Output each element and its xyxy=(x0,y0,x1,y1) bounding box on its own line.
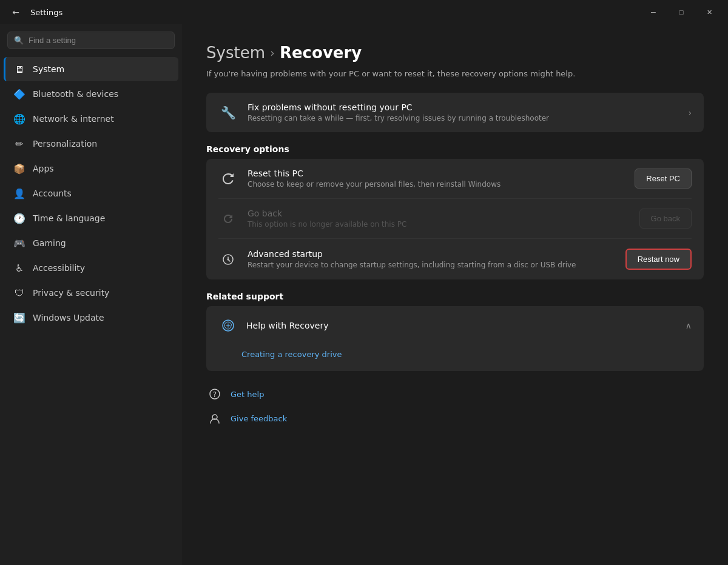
sidebar-label-gaming: Gaming xyxy=(33,238,66,248)
gaming-icon: 🎮 xyxy=(13,237,25,249)
breadcrumb-current: Recovery xyxy=(280,44,362,62)
fix-problems-subtitle: Resetting can take a while — first, try … xyxy=(248,114,678,122)
give-feedback-action[interactable]: Give feedback xyxy=(206,410,704,427)
personalization-icon: ✏️ xyxy=(13,138,25,150)
footer-actions: ? Get help Give feedback xyxy=(206,386,704,427)
sidebar-label-network: Network & internet xyxy=(33,114,114,124)
fix-problems-card[interactable]: 🔧 Fix problems without resetting your PC… xyxy=(206,93,704,132)
window-controls: ─ □ ✕ xyxy=(639,2,723,22)
go-back-button: Go back xyxy=(639,209,692,229)
network-icon: 🌐 xyxy=(13,113,25,125)
recovery-options-card: Reset this PC Choose to keep or remove y… xyxy=(206,159,704,279)
sidebar-item-bluetooth[interactable]: 🔷Bluetooth & devices xyxy=(4,82,178,106)
go-back-title: Go back xyxy=(248,209,630,218)
reset-pc-subtitle: Choose to keep or remove your personal f… xyxy=(248,180,625,189)
go-back-row: Go back This option is no longer availab… xyxy=(206,199,704,238)
maximize-button[interactable]: □ xyxy=(667,2,695,22)
sidebar-label-apps: Apps xyxy=(33,164,54,173)
sidebar-item-network[interactable]: 🌐Network & internet xyxy=(4,107,178,131)
help-with-recovery-header[interactable]: Help with Recovery ∧ xyxy=(206,306,704,345)
reset-pc-title: Reset this PC xyxy=(248,169,625,178)
give-feedback-icon xyxy=(206,410,223,427)
reset-pc-icon xyxy=(218,169,238,189)
svg-point-1 xyxy=(228,258,229,260)
close-button[interactable]: ✕ xyxy=(695,2,723,22)
svg-text:?: ? xyxy=(213,390,217,399)
help-with-recovery-card: Help with Recovery ∧ Creating a recovery… xyxy=(206,306,704,371)
sidebar-label-windowsupdate: Windows Update xyxy=(33,313,104,323)
search-icon: 🔍 xyxy=(14,36,24,45)
sidebar-label-privacy: Privacy & security xyxy=(33,288,109,298)
breadcrumb-parent: System xyxy=(206,44,265,62)
go-back-text: Go back This option is no longer availab… xyxy=(248,209,630,229)
sidebar-item-system[interactable]: 🖥System xyxy=(4,57,178,81)
sidebar-label-time: Time & language xyxy=(33,213,105,223)
advanced-startup-row: Advanced startup Restart your device to … xyxy=(206,239,704,279)
get-help-icon: ? xyxy=(206,386,223,403)
sidebar-item-accessibility[interactable]: ♿Accessibility xyxy=(4,256,178,280)
accessibility-icon: ♿ xyxy=(13,262,25,274)
help-with-recovery-title: Help with Recovery xyxy=(246,321,328,330)
minimize-button[interactable]: ─ xyxy=(639,2,667,22)
sidebar-item-personalization[interactable]: ✏️Personalization xyxy=(4,132,178,156)
help-chevron-icon: ∧ xyxy=(686,321,692,330)
fix-problems-chevron: › xyxy=(688,108,692,118)
app-body: 🔍 🖥System🔷Bluetooth & devices🌐Network & … xyxy=(0,24,728,565)
sidebar-item-time[interactable]: 🕐Time & language xyxy=(4,206,178,230)
reset-pc-row: Reset this PC Choose to keep or remove y… xyxy=(206,159,704,198)
related-support-title: Related support xyxy=(206,292,704,301)
search-box[interactable]: 🔍 xyxy=(7,32,175,49)
go-back-subtitle: This option is no longer available on th… xyxy=(248,220,630,229)
recovery-options-title: Recovery options xyxy=(206,144,704,154)
apps-icon: 📦 xyxy=(13,162,25,175)
get-help-label: Get help xyxy=(231,390,264,399)
search-input[interactable] xyxy=(29,36,168,45)
go-back-icon xyxy=(218,209,238,229)
breadcrumb: System › Recovery xyxy=(206,44,704,62)
get-help-action[interactable]: ? Get help xyxy=(206,386,704,403)
time-icon: 🕐 xyxy=(13,212,25,224)
help-with-recovery-body: Creating a recovery drive xyxy=(206,345,704,371)
privacy-icon: 🛡 xyxy=(13,287,25,299)
advanced-startup-icon xyxy=(218,250,238,269)
advanced-startup-text: Advanced startup Restart your device to … xyxy=(248,249,616,269)
title-bar: ← Settings ─ □ ✕ xyxy=(0,0,728,24)
sidebar-label-accounts: Accounts xyxy=(33,189,72,198)
sidebar: 🔍 🖥System🔷Bluetooth & devices🌐Network & … xyxy=(0,24,182,565)
recovery-drive-link[interactable]: Creating a recovery drive xyxy=(241,345,692,364)
sidebar-item-privacy[interactable]: 🛡Privacy & security xyxy=(4,281,178,305)
system-icon: 🖥 xyxy=(13,63,25,75)
page-description: If you're having problems with your PC o… xyxy=(206,69,704,78)
reset-pc-text: Reset this PC Choose to keep or remove y… xyxy=(248,169,625,189)
sidebar-label-system: System xyxy=(33,64,64,74)
nav-items-container: 🖥System🔷Bluetooth & devices🌐Network & in… xyxy=(0,56,182,330)
bluetooth-icon: 🔷 xyxy=(13,88,25,100)
sidebar-item-gaming[interactable]: 🎮Gaming xyxy=(4,231,178,255)
back-button[interactable]: ← xyxy=(7,4,24,21)
sidebar-label-personalization: Personalization xyxy=(33,139,97,149)
sidebar-item-windowsupdate[interactable]: 🔄Windows Update xyxy=(4,306,178,330)
sidebar-item-accounts[interactable]: 👤Accounts xyxy=(4,181,178,206)
advanced-startup-subtitle: Restart your device to change startup se… xyxy=(248,261,616,269)
help-with-recovery-icon xyxy=(218,316,238,335)
app-title: Settings xyxy=(30,8,62,17)
restart-now-button[interactable]: Restart now xyxy=(625,249,692,270)
sidebar-item-apps[interactable]: 📦Apps xyxy=(4,156,178,181)
reset-pc-button[interactable]: Reset PC xyxy=(635,169,692,189)
sidebar-label-bluetooth: Bluetooth & devices xyxy=(33,89,118,99)
breadcrumb-separator: › xyxy=(270,45,275,60)
accounts-icon: 👤 xyxy=(13,187,25,199)
fix-problems-icon: 🔧 xyxy=(218,103,238,122)
sidebar-label-accessibility: Accessibility xyxy=(33,263,85,273)
fix-problems-text: Fix problems without resetting your PC R… xyxy=(248,102,678,122)
windowsupdate-icon: 🔄 xyxy=(13,312,25,324)
give-feedback-label: Give feedback xyxy=(231,414,287,423)
advanced-startup-title: Advanced startup xyxy=(248,249,616,259)
main-content: System › Recovery If you're having probl… xyxy=(182,24,728,565)
fix-problems-title: Fix problems without resetting your PC xyxy=(248,102,678,112)
title-bar-left: ← Settings xyxy=(7,4,62,21)
